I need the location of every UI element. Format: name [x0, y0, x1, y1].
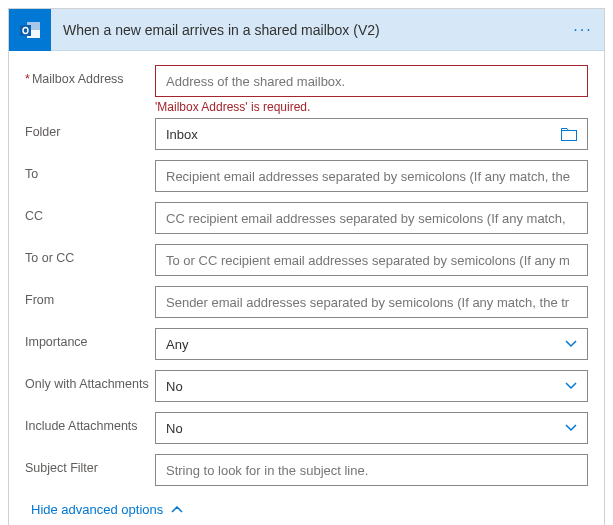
field-row-mailbox: *Mailbox Address 'Mailbox Address' is re… [25, 65, 588, 114]
label-mailbox: *Mailbox Address [25, 65, 155, 87]
advanced-link-text: Hide advanced options [31, 502, 163, 517]
ellipsis-icon: ··· [573, 21, 592, 39]
importance-select[interactable]: Any [155, 328, 588, 360]
folder-value: Inbox [166, 127, 198, 142]
chevron-up-icon [171, 502, 183, 517]
label-only-attachments: Only with Attachments [25, 370, 155, 392]
cc-input[interactable] [155, 202, 588, 234]
importance-value: Any [166, 337, 188, 352]
hide-advanced-options-link[interactable]: Hide advanced options [31, 502, 183, 517]
mailbox-address-input[interactable] [155, 65, 588, 97]
mailbox-error-message: 'Mailbox Address' is required. [155, 100, 588, 114]
field-row-from: From [25, 286, 588, 318]
card-body: *Mailbox Address 'Mailbox Address' is re… [9, 51, 604, 525]
card-header: When a new email arrives in a shared mai… [9, 9, 604, 51]
field-row-importance: Importance Any [25, 328, 588, 360]
card-title: When a new email arrives in a shared mai… [51, 22, 562, 38]
label-include-attachments: Include Attachments [25, 412, 155, 434]
field-row-subject-filter: Subject Filter [25, 454, 588, 486]
label-subject-filter: Subject Filter [25, 454, 155, 476]
chevron-down-icon [565, 337, 577, 351]
field-row-only-attachments: Only with Attachments No [25, 370, 588, 402]
field-row-cc: CC [25, 202, 588, 234]
outlook-icon [9, 9, 51, 51]
folder-picker[interactable]: Inbox [155, 118, 588, 150]
label-cc: CC [25, 202, 155, 224]
label-to-or-cc: To or CC [25, 244, 155, 266]
only-attachments-select[interactable]: No [155, 370, 588, 402]
chevron-down-icon [565, 421, 577, 435]
from-input[interactable] [155, 286, 588, 318]
label-folder: Folder [25, 118, 155, 140]
label-from: From [25, 286, 155, 308]
required-star-icon: * [25, 72, 30, 86]
chevron-down-icon [565, 379, 577, 393]
label-to: To [25, 160, 155, 182]
folder-icon [561, 128, 577, 141]
field-row-folder: Folder Inbox [25, 118, 588, 150]
only-attachments-value: No [166, 379, 183, 394]
field-row-to-or-cc: To or CC [25, 244, 588, 276]
to-or-cc-input[interactable] [155, 244, 588, 276]
include-attachments-value: No [166, 421, 183, 436]
label-importance: Importance [25, 328, 155, 350]
svg-rect-4 [562, 130, 577, 140]
include-attachments-select[interactable]: No [155, 412, 588, 444]
subject-filter-input[interactable] [155, 454, 588, 486]
more-menu-button[interactable]: ··· [562, 21, 604, 39]
to-input[interactable] [155, 160, 588, 192]
field-row-to: To [25, 160, 588, 192]
field-row-include-attachments: Include Attachments No [25, 412, 588, 444]
trigger-card: When a new email arrives in a shared mai… [8, 8, 605, 525]
svg-rect-2 [20, 25, 31, 36]
